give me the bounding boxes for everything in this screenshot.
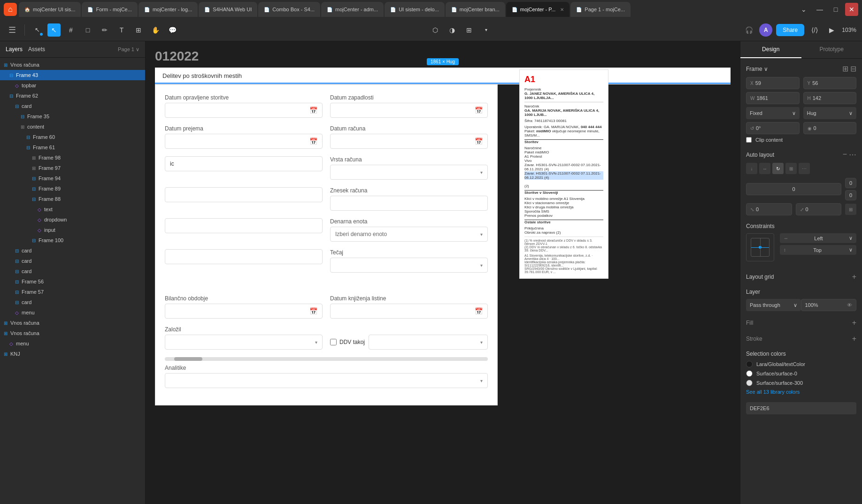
layer-vnos-racuna-3[interactable]: ⊞ Vnos računa xyxy=(0,328,145,338)
eye-icon[interactable]: 👁 xyxy=(847,302,852,308)
layer-frame97[interactable]: ⊞ Frame 97 xyxy=(0,163,145,173)
select-zalozil-right[interactable]: ▾ xyxy=(369,335,488,350)
assets-tab[interactable]: Assets xyxy=(28,46,45,53)
zoom-level[interactable]: 103% xyxy=(842,27,856,33)
layer-card-3[interactable]: ⊟ card xyxy=(0,256,145,266)
tab-2[interactable]: 📄mojCenter - log... xyxy=(139,2,198,17)
input-datum-knjizenja[interactable]: 📅 xyxy=(330,304,488,319)
layer-content[interactable]: ⊞ content xyxy=(0,122,145,132)
input-datum-opravljene[interactable]: 📅 xyxy=(165,103,323,118)
opacity-input[interactable]: 100% 👁 xyxy=(801,299,857,311)
scrollbar-thumb[interactable] xyxy=(174,357,202,361)
layers-tab[interactable]: Layers xyxy=(6,46,23,53)
tab-6[interactable]: 📄UI sistem - delo... xyxy=(385,2,445,17)
tab-4[interactable]: 📄Combo Box - S4... xyxy=(258,2,320,17)
design-tab[interactable]: Design xyxy=(740,41,801,58)
input-datum-racuna[interactable]: 📅 xyxy=(330,134,488,149)
headphones-icon[interactable]: 🎧 xyxy=(742,23,755,37)
calendar-icon-4[interactable]: 📅 xyxy=(475,137,483,145)
w-input[interactable]: W 1861 xyxy=(746,92,800,104)
layer-menu-2[interactable]: ◇ menu xyxy=(0,338,145,349)
tab-3[interactable]: 📄S4HANA Web UI xyxy=(199,2,257,17)
select-vrsta-racuna[interactable]: ▾ xyxy=(330,165,488,180)
code-view-btn[interactable]: ⟨/⟩ xyxy=(808,23,821,37)
shape-tool[interactable]: □ xyxy=(81,23,94,37)
hug-dropdown[interactable]: Hug ∨ xyxy=(803,107,857,119)
theme-icon[interactable]: ◑ xyxy=(446,23,459,37)
tab-5[interactable]: 📄mojCenter - adm... xyxy=(321,2,384,17)
layer-frame43[interactable]: ⊟ Frame 43 xyxy=(0,70,145,80)
input-empty-1[interactable] xyxy=(165,187,323,202)
fixed-dropdown[interactable]: Fixed ∨ xyxy=(746,107,800,119)
calendar-icon-6[interactable]: 📅 xyxy=(475,307,483,315)
more-tabs-btn[interactable]: ⌄ xyxy=(797,3,810,16)
al-btn-4[interactable]: ⊞ xyxy=(785,163,797,174)
component-tool[interactable]: ⊞ xyxy=(132,23,145,37)
layer-card-4[interactable]: ⊟ card xyxy=(0,266,145,276)
y-input[interactable]: Y 56 xyxy=(803,77,857,89)
input-znesek[interactable] xyxy=(330,196,488,211)
resize-input[interactable]: ⤡ 0 xyxy=(746,203,792,215)
tab-1[interactable]: 📄Form - mojCe... xyxy=(82,2,137,17)
rotation-input[interactable]: ↺ 0° xyxy=(746,122,800,134)
constraint-v-select[interactable]: ↕ Top ∨ xyxy=(780,245,856,255)
color-item-1[interactable]: Lara/Global/textColor xyxy=(746,361,856,367)
input-bilancno[interactable]: 📅 xyxy=(165,304,323,319)
tab-0[interactable]: 🏠mojCenter UI sis... xyxy=(19,2,81,17)
auto-layout-more[interactable]: ⋯ xyxy=(849,150,856,159)
layer-frame89[interactable]: ⊟ Frame 89 xyxy=(0,183,145,194)
blend-mode-dropdown[interactable]: Pass through ∨ xyxy=(746,299,801,311)
al-btn-2[interactable]: ↔ xyxy=(759,163,770,174)
share-icon[interactable]: ⊞ xyxy=(462,23,476,37)
pen-tool[interactable]: ✏ xyxy=(98,23,111,37)
select-zalozil-left[interactable]: ▾ xyxy=(165,335,323,350)
input-datum-prejema[interactable]: 📅 xyxy=(165,134,323,149)
layer-frame56[interactable]: ⊟ Frame 56 xyxy=(0,276,145,287)
calendar-icon-3[interactable]: 📅 xyxy=(309,137,317,145)
bottom-scrollbar[interactable] xyxy=(165,357,488,361)
layer-frame60[interactable]: ⊟ Frame 60 xyxy=(0,132,145,142)
hand-tool[interactable]: ✋ xyxy=(149,23,162,37)
layer-card-2[interactable]: ⊟ card xyxy=(0,245,145,256)
figma-menu-btn[interactable]: ☰ xyxy=(6,23,19,37)
prototype-icon[interactable]: ▾ xyxy=(479,23,493,37)
close-btn[interactable]: ✕ xyxy=(845,3,858,16)
color-item-3[interactable]: Surface/surface-300 xyxy=(746,380,856,386)
hex-input[interactable]: DEF2E6 xyxy=(746,402,856,414)
comment-tool[interactable]: 💬 xyxy=(166,23,179,37)
layer-frame62[interactable]: ⊟ Frame 62 xyxy=(0,91,145,101)
input-empty-3[interactable] xyxy=(165,249,323,264)
tab-close-icon[interactable]: ✕ xyxy=(560,7,564,12)
canvas-area[interactable]: 012022 Delitev po stroškovnih mestih 186… xyxy=(146,41,740,504)
resize-input-2[interactable]: ⤢ 0 xyxy=(796,203,842,215)
h-input[interactable]: H 142 xyxy=(803,92,857,104)
input-datum-zapadlosti[interactable]: 📅 xyxy=(330,103,488,118)
al-btn-1[interactable]: ↓ xyxy=(746,163,757,174)
calendar-icon[interactable]: 📅 xyxy=(309,107,317,114)
layer-input[interactable]: ◇ input xyxy=(0,225,145,235)
layer-vnos-racuna-2[interactable]: ⊞ Vnos računa xyxy=(0,318,145,328)
calendar-icon-5[interactable]: 📅 xyxy=(309,307,317,315)
layer-frame61[interactable]: ⊟ Frame 61 xyxy=(0,142,145,153)
select-tecaj[interactable]: ▾ xyxy=(330,258,488,273)
prototype-tab[interactable]: Prototype xyxy=(801,41,862,58)
stroke-add[interactable]: + xyxy=(852,335,856,343)
component-icon[interactable]: ⬡ xyxy=(429,23,442,37)
layer-frame100[interactable]: ⊟ Frame 100 xyxy=(0,235,145,245)
layout-grid-add[interactable]: + xyxy=(852,273,856,281)
al-btn-5[interactable]: ⋯ xyxy=(799,163,810,174)
move-tool[interactable]: ↖ xyxy=(31,23,44,37)
select-tool[interactable]: ↖ xyxy=(47,23,61,37)
layer-dropdown[interactable]: ◇ dropdown xyxy=(0,214,145,225)
layer-frame98[interactable]: ⊞ Frame 98 xyxy=(0,153,145,163)
see-all-link[interactable]: See all 13 library colors xyxy=(746,389,856,395)
al-btn-3[interactable]: ↻ xyxy=(772,163,784,174)
expand-icon[interactable]: ⊞ xyxy=(842,64,848,73)
frame-tool[interactable]: # xyxy=(64,23,77,37)
maximize-btn[interactable]: □ xyxy=(829,3,842,16)
layer-card-1[interactable]: ⊟ card xyxy=(0,101,145,111)
layer-topbar[interactable]: ◇ topbar xyxy=(0,80,145,91)
layer-frame57[interactable]: ⊟ Frame 57 xyxy=(0,287,145,297)
constraint-h-select[interactable]: ↔ Left ∨ xyxy=(780,233,856,243)
layer-frame94[interactable]: ⊟ Frame 94 xyxy=(0,173,145,183)
